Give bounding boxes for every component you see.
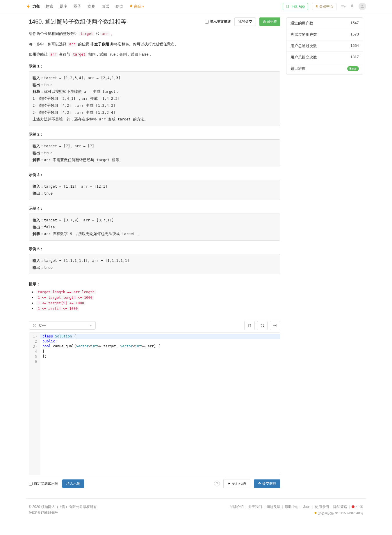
hint-2: 1 <= target[i] <= 1000 <box>36 301 280 305</box>
beian: 沪公网安备 31011502007040号 <box>318 511 363 516</box>
brand-text: 力扣 <box>32 4 40 9</box>
nav-link-1[interactable]: 题库 <box>60 4 67 9</box>
example-title-3: 示例 3： <box>29 172 280 177</box>
stats-row-1: 尝试过的用户数1573 <box>286 29 363 40</box>
info-icon: i <box>33 324 37 328</box>
show-english-checkbox[interactable] <box>205 20 209 24</box>
example-title-1: 示例 1： <box>29 64 280 69</box>
example-body-2: 输入：target = [7], arr = [7] 输出：true 解释：ar… <box>29 139 280 166</box>
chevron-down-icon: ▾ <box>90 323 92 328</box>
nav-link-2[interactable]: 圈子 <box>74 4 81 9</box>
footer-link-5[interactable]: 使用条例 <box>315 504 329 509</box>
bookmark-icon <box>315 5 318 8</box>
hint-0: target.length == arr.length <box>36 290 280 294</box>
custom-testcase-checkbox[interactable] <box>29 482 33 486</box>
shield-icon <box>314 511 317 515</box>
playlist-add-icon[interactable] <box>341 4 346 9</box>
example-body-1: 输入：target = [1,2,3,4], arr = [2,4,1,3] 输… <box>29 71 280 126</box>
copyright: © 2020 领扣网络（上海）有限公司版权所有 <box>29 504 97 509</box>
icp: 沪ICP备17051546号 <box>29 511 97 515</box>
footer-link-0[interactable]: 品牌介绍 <box>230 504 244 509</box>
svg-point-3 <box>275 325 276 326</box>
fill-example-button[interactable]: 填入示例 <box>62 479 84 488</box>
footer: © 2020 领扣网络（上海）有限公司版权所有 沪ICP备17051546号 品… <box>26 498 366 524</box>
nav-link-0[interactable]: 探索 <box>46 4 53 9</box>
hint-1: 1 <= target.length <= 1000 <box>36 295 280 300</box>
footer-link-4[interactable]: Jobs <box>303 505 310 509</box>
play-icon <box>228 482 231 485</box>
hint-3: 1 <= arr[i] <= 1000 <box>36 306 280 311</box>
example-title-4: 示例 4： <box>29 206 280 211</box>
problem-description: 给你两个长度相同的整数数组 target 和 arr 。 每一步中，你可以选择 … <box>29 30 280 311</box>
nav-link-4[interactable]: 面试 <box>101 4 109 9</box>
stats-panel: 通过的用户数1547尝试过的用户数1573用户总通过次数1564用户总提交次数1… <box>286 17 363 74</box>
logo[interactable]: 力扣 <box>26 4 40 9</box>
stats-row-0: 通过的用户数1547 <box>286 18 363 29</box>
example-body-4: 输入：target = [3,7,9], arr = [3,7,11] 输出：f… <box>29 214 280 241</box>
hints-title: 提示： <box>29 282 280 287</box>
show-english-toggle[interactable]: 显示英文描述 <box>205 19 231 24</box>
example-title-5: 示例 5： <box>29 246 280 252</box>
example-body-5: 输入：target = [1,1,1,1,1], arr = [1,1,1,1,… <box>29 254 280 274</box>
vip-button[interactable]: 会员中心 <box>312 3 336 10</box>
svg-rect-0 <box>287 5 288 8</box>
stats-row-3: 用户总提交次数1817 <box>286 52 363 63</box>
custom-testcase-toggle[interactable]: 自定义测试用例 <box>29 481 58 486</box>
back-to-contest-button[interactable]: 返回竞赛 <box>259 17 280 26</box>
country-flag-icon <box>352 505 354 508</box>
nav-link-3[interactable]: 竞赛 <box>88 4 95 9</box>
example-body-3: 输入：target = [1,12], arr = [12,1] 输出：true <box>29 180 280 200</box>
code-editor[interactable]: 123456 class Solution {public: bool canB… <box>29 333 280 475</box>
difficulty-badge: Easy <box>347 66 359 71</box>
phone-icon <box>286 5 289 8</box>
language-select[interactable]: i C++ ▾ <box>29 321 96 330</box>
run-code-button[interactable]: 执行代码 <box>223 479 250 488</box>
settings-button[interactable] <box>270 321 280 330</box>
bell-icon[interactable] <box>350 4 354 9</box>
cloud-upload-icon <box>258 482 261 485</box>
download-app-button[interactable]: 下载 App <box>283 3 308 10</box>
submit-button[interactable]: 提交解答 <box>254 479 280 488</box>
footer-link-2[interactable]: 问题反馈 <box>266 504 280 509</box>
example-title-2: 示例 2： <box>29 132 280 137</box>
my-submissions-button[interactable]: 我的提交 <box>234 17 256 26</box>
footer-link-1[interactable]: 关于我们 <box>248 504 262 509</box>
logo-icon <box>26 4 31 9</box>
stats-row-4: 题目难度Easy <box>286 63 363 74</box>
svg-text:i: i <box>34 324 35 326</box>
navbar: 力扣 探索题库圈子竞赛面试职位 商店 ▾ 下载 App 会员中心 <box>0 0 392 13</box>
nav-shop[interactable]: 商店 ▾ <box>129 4 144 9</box>
refresh-button[interactable] <box>257 321 268 330</box>
problem-title: 1460. 通过翻转子数组使两个数组相等 <box>29 18 202 26</box>
country-label[interactable]: 中国 <box>356 504 363 509</box>
notes-button[interactable] <box>244 321 255 330</box>
footer-link-3[interactable]: 帮助中心 <box>285 504 299 509</box>
nav-link-5[interactable]: 职位 <box>115 4 123 9</box>
avatar[interactable] <box>359 3 366 10</box>
footer-link-6[interactable]: 隐私策略 <box>333 504 347 509</box>
help-button[interactable]: ? <box>214 481 220 486</box>
stats-row-2: 用户总通过次数1564 <box>286 40 363 52</box>
